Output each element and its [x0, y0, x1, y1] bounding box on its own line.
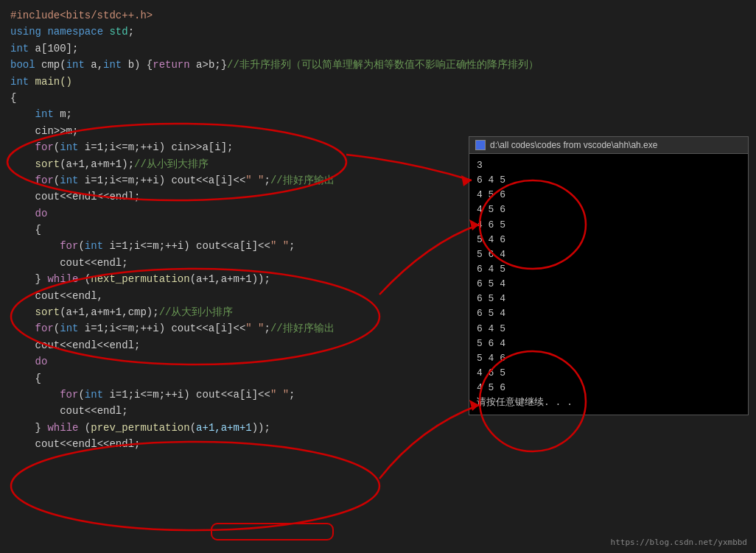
code-line-l18: cout<<endl,	[10, 288, 447, 304]
terminal-line-14: 6 4 5	[477, 322, 741, 337]
code-line-l10: sort(a+1,a+m+1);//从小到大排序	[10, 156, 447, 172]
code-line-l23: {	[10, 370, 447, 387]
code-line-l17: } while (next_permutation(a+1,a+m+1));	[10, 271, 447, 287]
code-line-l20: for(int i=1;i<=m;++i) cout<<a[i]<<" ";//…	[10, 320, 447, 337]
code-line-l7: int m;	[10, 106, 447, 122]
code-line-l13: do	[10, 205, 447, 222]
terminal-line-20: 请按任意键继续. . .	[477, 395, 741, 410]
terminal-line-18: 4 5 6	[477, 381, 741, 395]
footer-url: https://blog.csdn.net/yxmbbd	[611, 538, 747, 547]
terminal-title: d:\all codes\codes from vscode\ahh\ah.ex…	[490, 140, 657, 150]
code-line-l9: for(int i=1;i<=m;++i) cin>>a[i];	[10, 139, 447, 155]
code-line-l1: #include<bits/stdc++.h>	[10, 7, 447, 24]
terminal-body: 36 4 54 5 64 5 64 6 55 4 65 6 46 4 56 5 …	[469, 154, 748, 415]
terminal-line-1: 6 4 5	[477, 173, 741, 188]
code-line-l14: {	[10, 222, 447, 238]
code-line-l21: cout<<endl<<endl;	[10, 337, 447, 353]
terminal-line-6: 5 4 6	[477, 233, 741, 247]
terminal-window: d:\all codes\codes from vscode\ahh\ah.ex…	[469, 136, 749, 415]
code-line-l2: using namespace std;	[10, 24, 447, 40]
code-line-l15: for(int i=1;i<=m;++i) cout<<a[i]<<" ";	[10, 238, 447, 254]
code-line-l27: cout<<endl<<endl;	[10, 436, 447, 452]
code-line-l19: sort(a+1,a+m+1,cmp);//从大到小排序	[10, 304, 447, 320]
code-line-l8: cin>>m;	[10, 123, 447, 139]
code-line-l25: cout<<endl;	[10, 403, 447, 419]
code-line-l12: cout<<endl<<endl;	[10, 189, 447, 205]
terminal-app-icon	[475, 140, 486, 150]
code-line-l4: bool cmp(int a,int b) {return a>b;}//非升序…	[10, 57, 447, 73]
terminal-line-15: 5 6 4	[477, 337, 741, 351]
terminal-line-13: 6 5 4	[477, 306, 741, 321]
terminal-line-0: 3	[477, 158, 741, 173]
terminal-line-2: 4 5 6	[477, 188, 741, 202]
code-line-l5: int main()	[10, 74, 447, 90]
terminal-line-4: 4 5 6	[477, 202, 741, 217]
terminal-line-16: 5 4 6	[477, 351, 741, 366]
terminal-line-8: 6 4 5	[477, 262, 741, 277]
code-editor: #include<bits/stdc++.h>using namespace s…	[0, 0, 457, 553]
code-line-l26: } while (prev_permutation(a+1,a+m+1));	[10, 420, 447, 436]
terminal-line-9: 6 5 4	[477, 277, 741, 292]
terminal-line-7: 5 6 4	[477, 247, 741, 262]
code-line-l16: cout<<endl;	[10, 255, 447, 271]
terminal-line-17: 4 6 5	[477, 366, 741, 381]
code-line-l6: {	[10, 90, 447, 106]
terminal-titlebar: d:\all codes\codes from vscode\ahh\ah.ex…	[469, 137, 748, 154]
code-line-l11: for(int i=1;i<=m;++i) cout<<a[i]<<" ";//…	[10, 172, 447, 189]
terminal-line-5: 4 6 5	[477, 218, 741, 233]
code-line-l24: for(int i=1;i<=m;++i) cout<<a[i]<<" ";	[10, 387, 447, 403]
code-line-l3: int a[100];	[10, 40, 447, 57]
code-line-l22: do	[10, 353, 447, 370]
terminal-line-11: 6 5 4	[477, 292, 741, 306]
